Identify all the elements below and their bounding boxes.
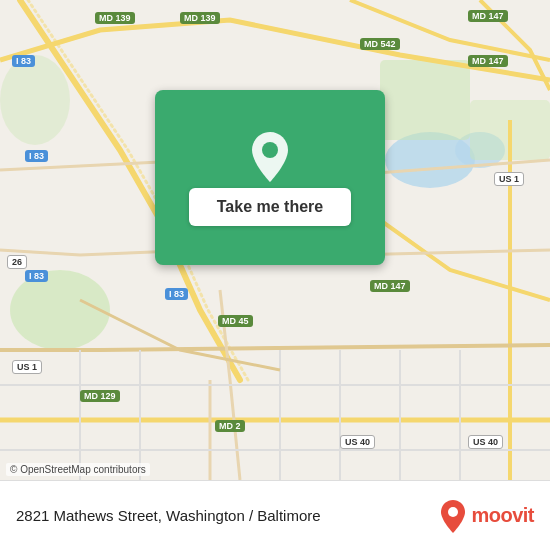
road-badge-us40-1: US 40 (340, 435, 375, 449)
road-badge-md139-2: MD 139 (95, 12, 135, 24)
road-badge-md2: MD 2 (215, 420, 245, 432)
osm-attribution: © OpenStreetMap contributors (6, 463, 150, 476)
moovit-pin-icon (439, 499, 467, 533)
svg-point-6 (262, 142, 278, 158)
road-badge-26: 26 (7, 255, 27, 269)
svg-point-7 (448, 507, 458, 517)
svg-point-5 (0, 55, 70, 145)
road-badge-md147-1: MD 147 (468, 10, 508, 22)
location-card: Take me there (155, 90, 385, 265)
road-badge-us1-1: US 1 (494, 172, 524, 186)
address-text: 2821 Mathews Street, Washington / Baltim… (16, 507, 439, 524)
moovit-logo: moovit (439, 499, 534, 533)
road-badge-i83-1: I 83 (12, 55, 35, 67)
road-badge-i83-3: I 83 (25, 270, 48, 282)
location-pin-icon (246, 130, 294, 178)
road-badge-md129: MD 129 (80, 390, 120, 402)
road-badge-md45: MD 45 (218, 315, 253, 327)
road-badge-i83-2: I 83 (25, 150, 48, 162)
take-me-there-button[interactable]: Take me there (189, 188, 351, 226)
svg-rect-3 (380, 60, 470, 140)
road-badge-i83-4: I 83 (165, 288, 188, 300)
map-container: I 83 MD 139 MD 542 MD 147 MD 147 US 1 I … (0, 0, 550, 480)
road-badge-md147-2: MD 147 (468, 55, 508, 67)
road-badge-us1-2: US 1 (12, 360, 42, 374)
road-badge-us40-2: US 40 (468, 435, 503, 449)
svg-point-2 (10, 270, 110, 350)
moovit-brand-text: moovit (471, 504, 534, 527)
road-badge-md139-1: MD 139 (180, 12, 220, 24)
road-badge-md542: MD 542 (360, 38, 400, 50)
bottom-bar: 2821 Mathews Street, Washington / Baltim… (0, 480, 550, 550)
road-badge-md147-3: MD 147 (370, 280, 410, 292)
